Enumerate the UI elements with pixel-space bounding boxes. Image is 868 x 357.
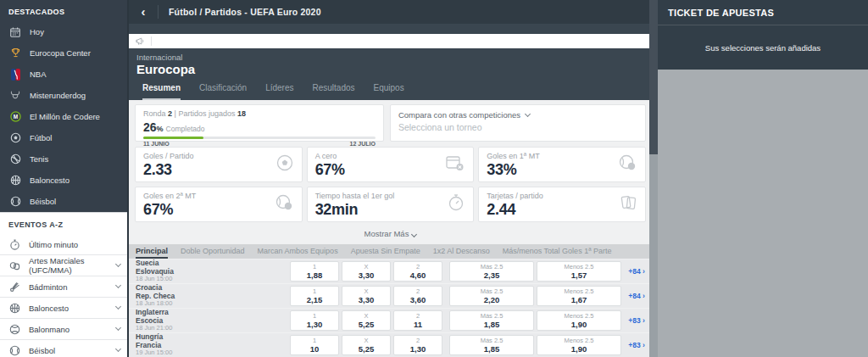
tournament-select-placeholder[interactable]: Selecciona un torneo bbox=[398, 122, 637, 132]
bet-ticket-panel: TICKET DE APUESTAS Sus selecciones serán… bbox=[658, 0, 868, 357]
sidebar-item-badminton[interactable]: Bádminton bbox=[0, 276, 127, 298]
sidebar-item-baloncesto[interactable]: Baloncesto bbox=[0, 170, 127, 191]
odds-home-button[interactable]: 11,88 bbox=[290, 261, 339, 282]
odds-over-button[interactable]: Más 2.51,85 bbox=[449, 335, 534, 355]
sidebar-item-label: Baloncesto bbox=[29, 304, 108, 313]
basketball-icon bbox=[8, 302, 21, 315]
megaphone-icon bbox=[136, 36, 146, 46]
odds-over-button[interactable]: Más 2.52,35 bbox=[449, 261, 534, 282]
show-more-button[interactable]: Mostrar Más bbox=[135, 222, 646, 244]
season-progress-card: Ronda 2 | Partidos jugados 18 26%Complet… bbox=[135, 104, 384, 142]
sidebar-item-tenis[interactable]: Tenis bbox=[0, 148, 127, 170]
market-tab-mas-menos-1a-parte[interactable]: Más/menos Total Goles 1ª Parte bbox=[503, 247, 612, 259]
market-tab-marcan-ambos[interactable]: Marcan Ambos Equipos bbox=[258, 247, 338, 259]
chevron-down-icon bbox=[115, 261, 121, 267]
sidebar-events-az-section: EVENTOS A-Z Último minuto Artes Marciale… bbox=[0, 212, 127, 357]
sidebar-item-nba[interactable]: NBA bbox=[0, 64, 127, 85]
completion-percent: 26%Completado bbox=[143, 120, 376, 135]
odds-home-button[interactable]: 11,30 bbox=[290, 310, 339, 331]
sidebar-item-label: NBA bbox=[30, 70, 47, 79]
match-row-croacia-rep-checa: Croacia Rep. Checa 18 Jun 18:00 12,15 X3… bbox=[129, 284, 649, 308]
market-tab-sin-empate[interactable]: Apuesta Sin Empate bbox=[351, 247, 420, 259]
sidebar-item-beisbol[interactable]: Béisbol bbox=[0, 191, 127, 212]
odds-away-button[interactable]: 211 bbox=[393, 310, 442, 331]
stats-grid: Goles / Partido 2.33 A cero 67% Goles en… bbox=[135, 147, 646, 222]
odds-over-button[interactable]: Más 2.51,85 bbox=[449, 310, 534, 331]
ticket-title: TICKET DE APUESTAS bbox=[658, 0, 868, 25]
vertical-scrollbar[interactable] bbox=[649, 0, 658, 357]
match-teams[interactable]: Inglaterra Escocia 18 Jun 21:00 bbox=[129, 309, 290, 332]
odds-home-button[interactable]: 12,15 bbox=[290, 286, 339, 306]
sidebar-az-header: EVENTOS A-Z bbox=[0, 213, 127, 234]
tab-resultados[interactable]: Resultados bbox=[313, 83, 355, 100]
market-tab-doble-oportunidad[interactable]: Doble Oportunidad bbox=[181, 247, 245, 259]
main-content: ‹ Fútbol / Partidos - UEFA Euro 2020 Int… bbox=[129, 0, 649, 357]
odds-away-button[interactable]: 24,60 bbox=[393, 261, 442, 282]
sidebar-item-label: Hoy bbox=[30, 27, 44, 36]
more-markets-link[interactable]: +83 › bbox=[624, 316, 649, 325]
more-markets-link[interactable]: +84 › bbox=[624, 292, 649, 300]
tab-clasificacion[interactable]: Clasificación bbox=[199, 83, 247, 100]
odds-under-button[interactable]: Menos 2.51,90 bbox=[537, 310, 621, 331]
progress-bar bbox=[143, 137, 376, 139]
sidebar-item-label: Béisbol bbox=[30, 197, 56, 206]
sidebar-item-beisbol-az[interactable]: Béisbol bbox=[0, 340, 127, 357]
odds-draw-button[interactable]: X5,25 bbox=[342, 310, 391, 331]
sidebar-item-futbol[interactable]: Fútbol bbox=[0, 127, 127, 148]
tab-resumen[interactable]: Resumen bbox=[142, 83, 181, 100]
match-list: Suecia Eslovaquia 18 Jun 15:00 11,88 X3,… bbox=[129, 259, 649, 357]
cards-icon bbox=[619, 193, 637, 215]
season-end-date: 12 JULIO bbox=[350, 141, 376, 147]
chevron-down-icon bbox=[115, 325, 121, 331]
sidebar-item-el-millon[interactable]: M El Millón de Codere bbox=[0, 106, 127, 127]
market-tabs: Principal Doble Oportunidad Marcan Ambos… bbox=[129, 244, 649, 259]
mma-gloves-icon bbox=[8, 259, 21, 272]
odds-under-button[interactable]: Menos 2.51,67 bbox=[537, 286, 621, 306]
sidebar-item-baloncesto-az[interactable]: Baloncesto bbox=[0, 298, 127, 319]
sidebar-item-hoy[interactable]: Hoy bbox=[0, 21, 127, 42]
odds-draw-button[interactable]: X3,30 bbox=[342, 261, 391, 282]
stopwatch-icon bbox=[8, 238, 21, 251]
sidebar-item-label: Misterunderdog bbox=[30, 91, 86, 100]
odds-away-button[interactable]: 21,30 bbox=[393, 335, 442, 355]
market-tab-principal[interactable]: Principal bbox=[136, 247, 168, 259]
odds-draw-button[interactable]: X3,30 bbox=[342, 286, 391, 306]
odds-away-button[interactable]: 23,60 bbox=[393, 286, 442, 306]
announcement-bar[interactable] bbox=[129, 34, 649, 48]
sidebar-item-ultimo-minuto[interactable]: Último minuto bbox=[0, 234, 127, 255]
baseball-icon bbox=[8, 195, 22, 209]
market-tab-1x2-descanso[interactable]: 1x2 Al Descanso bbox=[433, 247, 490, 259]
app-window: DESTACADOS Hoy Eurocopa Center NBA Miste… bbox=[0, 0, 868, 357]
tab-equipos[interactable]: Equipos bbox=[374, 83, 404, 100]
odds-over-button[interactable]: Más 2.52,20 bbox=[449, 286, 534, 306]
round-summary: Ronda 2 | Partidos jugados 18 bbox=[143, 109, 376, 118]
match-teams[interactable]: Suecia Eslovaquia 18 Jun 15:00 bbox=[129, 259, 290, 282]
back-button[interactable]: ‹ bbox=[129, 1, 158, 23]
trophy-icon bbox=[8, 47, 22, 60]
sidebar-item-label: Último minuto bbox=[29, 240, 120, 249]
odds-draw-button[interactable]: X5,25 bbox=[342, 335, 391, 355]
sidebar-item-label: Béisbol bbox=[29, 346, 108, 355]
tab-lideres[interactable]: Líderes bbox=[265, 83, 293, 100]
svg-text:M: M bbox=[13, 114, 17, 120]
match-teams[interactable]: Croacia Rep. Checa 18 Jun 18:00 bbox=[129, 284, 290, 307]
odds-under-button[interactable]: Menos 2.51,90 bbox=[537, 335, 621, 355]
ticket-empty-message: Sus selecciones serán añadidas bbox=[658, 25, 868, 70]
chevron-down-icon bbox=[115, 282, 121, 288]
breadcrumb: Fútbol / Partidos - UEFA Euro 2020 bbox=[169, 7, 321, 17]
compare-dropdown[interactable]: Compara con otras competiciones bbox=[398, 110, 637, 120]
more-markets-link[interactable]: +83 › bbox=[624, 341, 649, 349]
topbar-divider bbox=[158, 5, 159, 19]
announcement-divider bbox=[151, 36, 152, 46]
scrollbar-thumb[interactable] bbox=[649, 0, 658, 154]
stat-card-clean-sheets: A cero 67% bbox=[307, 147, 475, 182]
sidebar-item-misterunderdog[interactable]: Misterunderdog bbox=[0, 85, 127, 106]
bull-icon bbox=[8, 89, 22, 103]
odds-home-button[interactable]: 110 bbox=[290, 335, 339, 355]
sidebar-item-eurocopa-center[interactable]: Eurocopa Center bbox=[0, 42, 127, 64]
match-teams[interactable]: Hungría Francia 19 Jun 15:00 bbox=[129, 333, 290, 356]
sidebar-item-balonmano[interactable]: Balonmano bbox=[0, 319, 127, 340]
sidebar-item-artes-marciales[interactable]: Artes Marciales (UFC/MMA) bbox=[0, 255, 127, 276]
odds-under-button[interactable]: Menos 2.51,57 bbox=[537, 261, 621, 282]
more-markets-link[interactable]: +84 › bbox=[624, 267, 649, 276]
